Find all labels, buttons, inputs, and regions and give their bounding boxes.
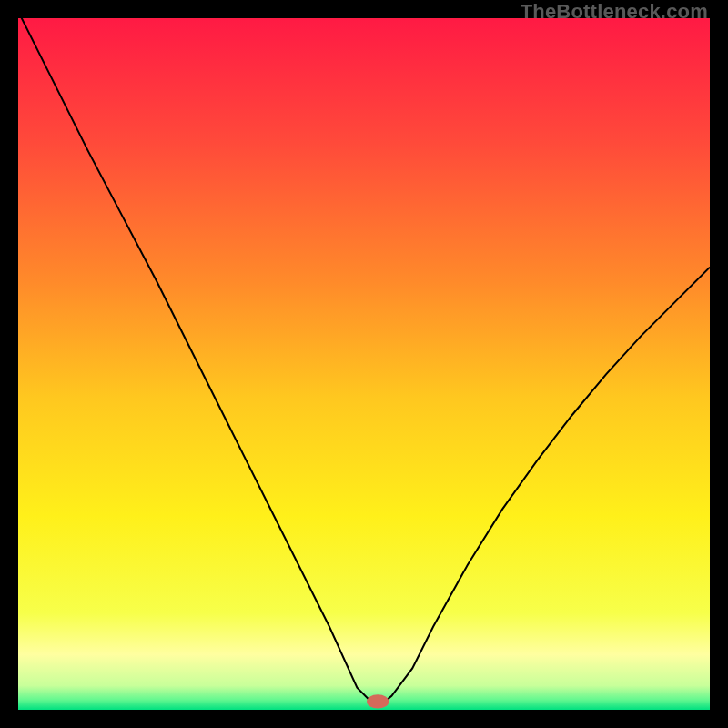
bottleneck-plot [18, 18, 710, 710]
chart-frame: TheBottleneck.com [0, 0, 728, 728]
optimal-point-marker [367, 694, 389, 708]
gradient-background [18, 18, 710, 710]
